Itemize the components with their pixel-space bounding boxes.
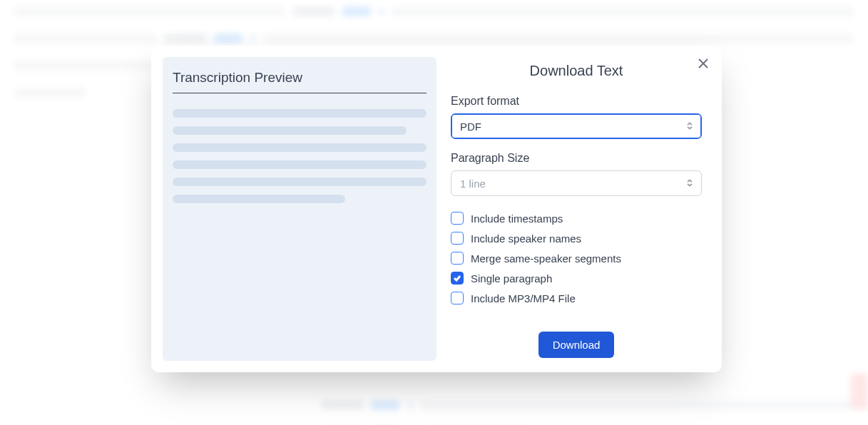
preview-skeleton-line bbox=[173, 195, 345, 203]
export-format-label: Export format bbox=[451, 95, 702, 108]
download-form: Download Text Export format PDF Paragrap… bbox=[448, 46, 722, 372]
option-include-timestamps[interactable]: Include timestamps bbox=[451, 212, 702, 225]
option-label: Include speaker names bbox=[471, 232, 581, 245]
preview-skeleton-line bbox=[173, 126, 407, 135]
option-label: Include MP3/MP4 File bbox=[471, 292, 576, 304]
preview-title: Transcription Preview bbox=[173, 70, 427, 93]
paragraph-size-label: Paragraph Size bbox=[451, 152, 702, 165]
checkbox-icon bbox=[451, 212, 464, 225]
preview-skeleton-line bbox=[173, 178, 427, 186]
option-label: Include timestamps bbox=[471, 212, 563, 225]
close-icon bbox=[698, 58, 708, 71]
option-merge-same-speaker[interactable]: Merge same-speaker segments bbox=[451, 252, 702, 265]
options-group: Include timestamps Include speaker names… bbox=[451, 212, 702, 304]
chevron-updown-icon bbox=[685, 121, 694, 133]
option-label: Merge same-speaker segments bbox=[471, 252, 621, 265]
checkbox-icon bbox=[451, 272, 464, 285]
export-format-select[interactable]: PDF bbox=[451, 113, 702, 139]
chevron-updown-icon bbox=[685, 178, 694, 190]
close-button[interactable] bbox=[695, 56, 712, 73]
paragraph-size-value: 1 line bbox=[460, 178, 486, 190]
preview-skeleton-line bbox=[173, 109, 427, 118]
paragraph-size-select[interactable]: 1 line bbox=[451, 170, 702, 196]
option-include-mp3-mp4[interactable]: Include MP3/MP4 File bbox=[451, 292, 702, 304]
option-single-paragraph[interactable]: Single paragraph bbox=[451, 272, 702, 285]
preview-skeleton-line bbox=[173, 143, 427, 152]
checkbox-icon bbox=[451, 232, 464, 245]
transcription-preview-pane: Transcription Preview bbox=[163, 57, 436, 361]
checkbox-icon bbox=[451, 292, 464, 304]
checkbox-icon bbox=[451, 252, 464, 265]
download-button[interactable]: Download bbox=[538, 332, 615, 358]
option-include-speaker-names[interactable]: Include speaker names bbox=[451, 232, 702, 245]
modal-title: Download Text bbox=[451, 63, 702, 79]
export-format-value: PDF bbox=[460, 121, 481, 133]
option-label: Single paragraph bbox=[471, 272, 552, 285]
download-text-modal: Transcription Preview Download Text Expo… bbox=[151, 46, 722, 372]
preview-skeleton-line bbox=[173, 160, 427, 169]
